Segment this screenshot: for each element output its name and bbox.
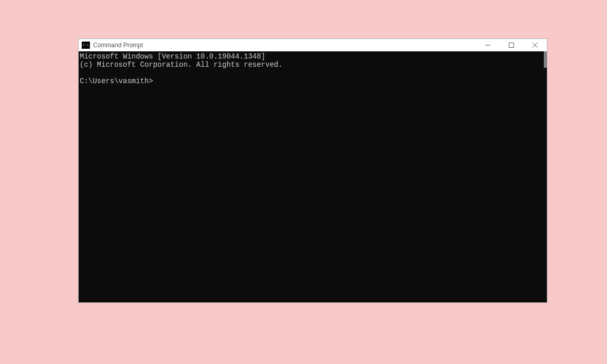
command-prompt-window: C:\. Command Prompt Microsoft W [78,39,547,303]
cursor [153,78,157,85]
window-controls [476,39,547,51]
console-prompt: C:\Users\vasmith> [80,77,153,85]
cmd-icon-text: C:\. [83,44,90,47]
vertical-scrollbar[interactable] [544,51,547,302]
cmd-icon: C:\. [82,42,90,49]
window-title: Command Prompt [93,42,476,49]
close-icon [532,43,538,48]
minimize-icon [485,43,490,48]
console-line-copyright: (c) Microsoft Corporation. All rights re… [80,61,283,69]
maximize-icon [509,43,514,48]
maximize-button[interactable] [500,39,523,51]
console-area[interactable]: Microsoft Windows [Version 10.0.19044.13… [79,51,544,302]
console-line-version: Microsoft Windows [Version 10.0.19044.13… [80,52,265,61]
titlebar[interactable]: C:\. Command Prompt [79,39,547,51]
scrollbar-thumb[interactable] [544,51,547,68]
svg-rect-1 [509,43,514,48]
minimize-button[interactable] [476,39,500,51]
console-wrapper: Microsoft Windows [Version 10.0.19044.13… [79,51,547,302]
close-button[interactable] [523,39,547,51]
